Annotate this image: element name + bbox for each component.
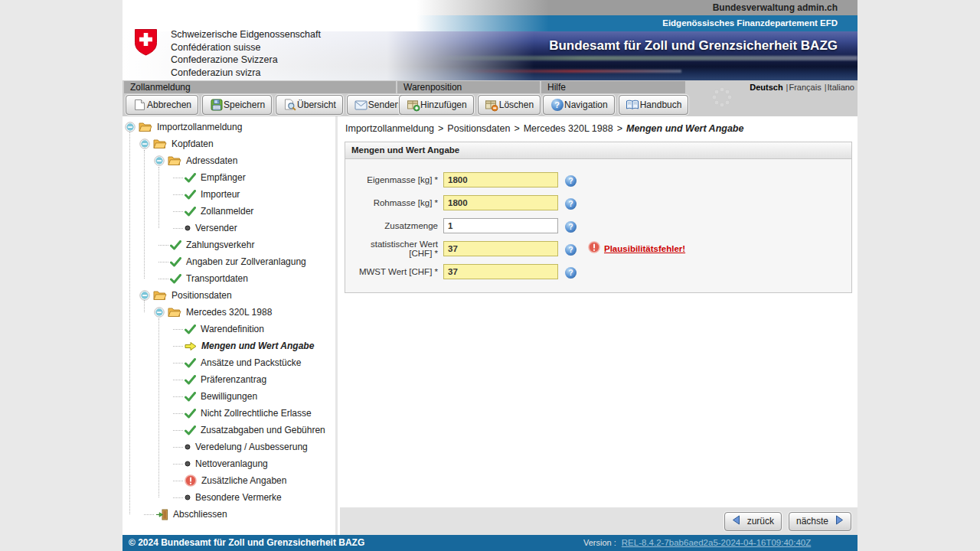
tree-item-versender[interactable]: Versender (173, 220, 237, 236)
field-label: Eigenmasse [kg] * (345, 175, 443, 184)
plausibility-error-link[interactable]: Plausibilitätsfehler! (604, 244, 685, 253)
hinzufugen-button[interactable]: Hinzufügen (399, 95, 474, 115)
folder-icon (153, 290, 167, 301)
tree-item-label: Nettoveranlagung (195, 458, 268, 469)
collapse-toggle-icon[interactable] (154, 155, 165, 166)
tree-connector (158, 279, 168, 279)
tree-connector (173, 228, 183, 229)
breadcrumb-item[interactable]: Positionsdaten (447, 123, 510, 134)
tree-item-importzollanmeldung[interactable]: Importzollanmeldung (125, 119, 242, 135)
tree-item-label: Angaben zur Zollveranlagung (186, 256, 306, 267)
collapse-toggle-icon[interactable] (139, 139, 150, 149)
tree-item-abschliessen[interactable]: Abschliessen (144, 506, 227, 523)
form-row-rohmasse-kg: Rohmasse [kg] *? (345, 191, 851, 214)
ubersicht-button[interactable]: Übersicht (276, 95, 343, 115)
collapse-toggle-icon[interactable] (139, 290, 150, 301)
language-deutsch[interactable]: Deutsch (750, 83, 782, 92)
tree-item-label: Mercedes 320L 1988 (186, 307, 272, 318)
mwst-wert-chf-input[interactable] (443, 264, 558, 279)
tree-connector (158, 262, 168, 262)
tree-item-mengen-und-wert-angabe[interactable]: Mengen und Wert Angabe (173, 337, 314, 354)
tree-item-kopfdaten[interactable]: Kopfdaten (139, 135, 214, 152)
handbuch-button[interactable]: Handbuch (619, 95, 689, 115)
breadcrumb: Importzollanmeldung>Positionsdaten>Merce… (345, 123, 743, 134)
form-row-mwst-wert-chf: MWST Wert [CHF] *? (345, 260, 851, 283)
tree-connector (173, 211, 183, 212)
tree-item-zahlungsverkehr[interactable]: Zahlungsverkehr (158, 236, 254, 253)
tree-item-label: Ansätze und Packstücke (201, 357, 301, 368)
folder-icon (139, 122, 152, 132)
collapse-toggle-icon[interactable] (125, 122, 136, 132)
abbrechen-button[interactable]: Abbrechen (126, 95, 198, 115)
swiss-confederation-logo: Schweizerische Eidgenossenschaft Confédé… (134, 28, 321, 79)
statistischer-wert-chf-input[interactable] (443, 241, 558, 256)
tree-item-label: Präferenzantrag (201, 374, 266, 385)
form-panel: Mengen und Wert Angabe Eigenmasse [kg] *… (345, 142, 852, 293)
tree-item-praferenzantrag[interactable]: Präferenzantrag (173, 371, 266, 388)
language-francais[interactable]: Français (789, 83, 821, 92)
button-label: Abbrechen (147, 99, 191, 110)
collapse-toggle-icon[interactable] (154, 307, 165, 318)
current-arrow-icon (185, 341, 197, 351)
tree-item-label: Importeur (201, 189, 240, 200)
tree-item-zollanmelder[interactable]: Zollanmelder (173, 203, 253, 220)
language-italiano[interactable]: Italiano (828, 83, 854, 92)
tree-item-ansatze-und-packstucke[interactable]: Ansätze und Packstücke (173, 354, 301, 371)
error-icon (185, 474, 197, 487)
tree-item-warendefinition[interactable]: Warendefinition (173, 321, 264, 337)
tree-item-angaben-zur-zollveranlagung[interactable]: Angaben zur Zollveranlagung (158, 253, 306, 270)
tree-item-zusatzabgaben-und-gebuhren[interactable]: Zusatzabgaben und Gebühren (173, 422, 325, 439)
loschen-button[interactable]: Löschen (478, 95, 541, 115)
help-icon[interactable]: ? (565, 219, 577, 233)
tree-connector (173, 464, 183, 465)
breadcrumb-item[interactable]: Mercedes 320L 1988 (524, 123, 613, 134)
language-separator: | (825, 83, 827, 92)
tree-connector (173, 329, 183, 330)
button-label: Navigation (564, 99, 608, 110)
tree-item-zusatzliche-angaben[interactable]: Zusätzliche Angaben (173, 472, 286, 489)
button-label: Speichern (224, 99, 265, 110)
admin-bar: Bundesverwaltung admin.ch (122, 0, 858, 15)
help-icon[interactable]: ? (565, 265, 577, 279)
tree-connector (173, 363, 183, 364)
tree-item-transportdaten[interactable]: Transportdaten (158, 270, 248, 287)
button-label: Löschen (499, 99, 534, 110)
tree-item-veredelung-ausbesserung[interactable]: Veredelung / Ausbesserung (173, 439, 308, 455)
tree-connector (173, 447, 183, 448)
tree-item-positionsdaten[interactable]: Positionsdaten (139, 287, 232, 304)
tree-item-empfanger[interactable]: Empfänger (173, 169, 246, 186)
help-icon[interactable]: ? (565, 173, 577, 187)
tree-item-nicht-zollrechtliche-erlasse[interactable]: Nicht Zollrechtliche Erlasse (173, 405, 312, 422)
rohmasse-kg-input[interactable] (443, 195, 558, 210)
tree-connector (144, 514, 154, 515)
help-icon[interactable]: ? (565, 242, 577, 256)
tree-item-adressdaten[interactable]: Adressdaten (154, 152, 237, 169)
tree-item-label: Positionsdaten (172, 290, 232, 301)
tree-item-mercedes-320l-1988[interactable]: Mercedes 320L 1988 (154, 304, 272, 321)
tree-item-besondere-vermerke[interactable]: Besondere Vermerke (173, 489, 282, 506)
help-icon[interactable]: ? (565, 196, 577, 210)
speichern-button[interactable]: Speichern (202, 95, 272, 115)
check-icon (170, 240, 181, 250)
tree-item-bewilligungen[interactable]: Bewilligungen (173, 388, 257, 405)
breadcrumb-item[interactable]: Importzollanmeldung (345, 123, 434, 134)
eigenmasse-kg-input[interactable] (443, 172, 558, 187)
folder-icon (153, 139, 167, 149)
navigation-button[interactable]: ?Navigation (543, 95, 615, 115)
field-label: Zusatzmenge (345, 221, 443, 230)
check-icon (170, 274, 181, 284)
folder-icon (168, 155, 181, 166)
version-link[interactable]: REL-8.4.2-7bab6aed2a5-2024-04-16T09:40:4… (622, 538, 811, 547)
next-button[interactable]: nächste (789, 512, 851, 531)
logo-line: Confédération suisse (171, 41, 321, 54)
tree-item-label: Abschliessen (173, 509, 227, 520)
zusatzmenge-input[interactable] (443, 218, 558, 233)
floppy-disk-icon (209, 99, 224, 111)
tree-item-nettoveranlagung[interactable]: Nettoveranlagung (173, 455, 268, 472)
navigation-tree: ImportzollanmeldungKopfdatenAdressdatenE… (122, 116, 338, 535)
back-button[interactable]: zurück (724, 512, 782, 531)
blank-page-icon (132, 99, 147, 111)
version-label: Version : (583, 538, 616, 547)
finish-exit-icon (155, 509, 168, 520)
tree-item-importeur[interactable]: Importeur (173, 186, 240, 203)
